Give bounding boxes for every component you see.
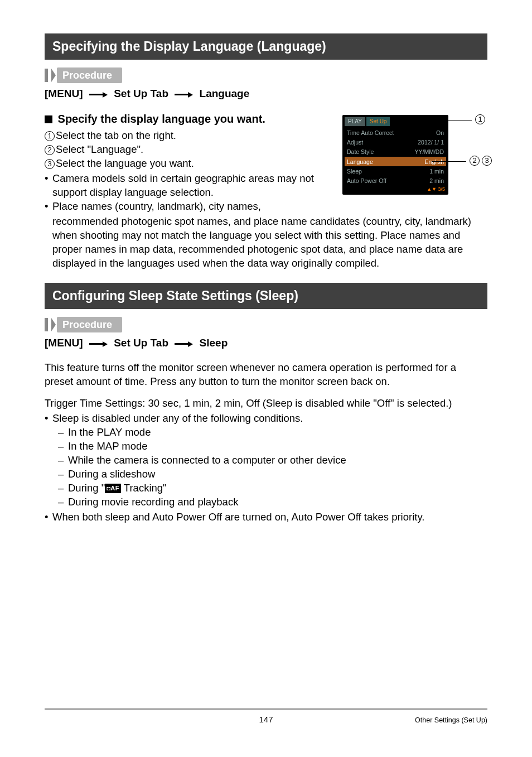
camera-tab-setup: Set Up	[366, 117, 390, 126]
menu-path-part: Sleep	[200, 337, 228, 349]
step-text: Select the language you want.	[56, 157, 194, 169]
menu-path-part: [MENU]	[45, 88, 83, 99]
arrow-icon	[175, 88, 193, 102]
proc-chevron-icon	[51, 318, 56, 331]
circled-number-icon: 1	[45, 131, 55, 141]
menu-path-sleep: [MENU] Set Up Tab Sleep	[45, 336, 487, 351]
bullet-item: •Sleep is disabled under any of the foll…	[45, 412, 487, 426]
arrow-icon	[89, 88, 108, 102]
menu-path-part: Set Up Tab	[114, 88, 168, 99]
procedure-indicator: Procedure	[45, 67, 487, 83]
camera-menu-row: Auto Power Off2 min	[345, 176, 446, 186]
bullet-text: Place names (country, landmark), city na…	[52, 200, 326, 214]
subheading-text: Specify the display language you want.	[58, 113, 265, 125]
camera-tab-play: PLAY	[345, 117, 365, 126]
dash-item: –In the MAP mode	[58, 440, 487, 454]
camera-menu-row: Adjust2012/ 1/ 1	[345, 138, 446, 147]
step-text: Select the tab on the right.	[56, 129, 176, 141]
circled-number-icon: 2	[45, 145, 55, 155]
page-number: 147	[134, 714, 398, 725]
dash-item: –During a slideshow	[58, 467, 487, 481]
camera-menu-row: Sleep1 min	[345, 166, 446, 176]
black-square-icon	[45, 115, 52, 123]
dash-item: –During movie recording and playback	[58, 495, 487, 509]
bullet-text: When both sleep and Auto Power Off are t…	[52, 510, 487, 524]
dash-text: During "◘AF Tracking"	[68, 481, 167, 495]
menu-path-language: [MENU] Set Up Tab Language	[45, 86, 487, 102]
subheading: Specify the display language you want.	[45, 112, 326, 127]
dash-text: While the camera is connected to a compu…	[68, 454, 346, 467]
proc-chevron-icon	[51, 69, 56, 82]
dash-item: –During "◘AF Tracking"	[58, 481, 487, 495]
procedure-indicator: Procedure	[45, 317, 487, 332]
arrow-icon	[89, 336, 108, 351]
proc-bar-icon	[45, 69, 48, 82]
menu-path-part: Set Up Tab	[114, 337, 168, 349]
circled-number-icon: 3	[45, 159, 55, 169]
footer-section-name: Other Settings (Set Up)	[398, 716, 487, 725]
bullet-text: Camera models sold in certain geographic…	[52, 172, 326, 200]
step-text: Select "Language".	[56, 143, 143, 155]
section-title-sleep: Configuring Sleep State Settings (Sleep)	[45, 283, 487, 309]
menu-path-part: Language	[200, 88, 250, 99]
step-3: 3Select the language you want.	[45, 157, 326, 171]
callout-2-3: 2 3	[432, 156, 493, 166]
procedure-badge: Procedure	[57, 317, 122, 332]
page-footer: 147 Other Settings (Set Up)	[45, 708, 487, 725]
section-title-language: Specifying the Display Language (Languag…	[45, 33, 487, 60]
step-2: 2Select "Language".	[45, 143, 326, 157]
menu-path-part: [MENU]	[45, 337, 83, 349]
circled-number-icon: 1	[475, 114, 485, 124]
procedure-badge: Procedure	[57, 67, 122, 83]
camera-menu-row-selected: LanguageEnglish	[345, 157, 446, 166]
dash-text: During movie recording and playback	[68, 495, 238, 509]
camera-screenshot: PLAY Set Up Time Auto CorrectOn Adjust20…	[342, 112, 487, 201]
camera-menu-row: Date StyleYY/MM/DD	[345, 147, 446, 157]
callout-1: 1	[427, 115, 486, 125]
bullet-item: •Camera models sold in certain geographi…	[45, 172, 326, 200]
arrow-icon	[175, 336, 193, 351]
bullet-continuation: recommended photogenic spot names, and p…	[52, 215, 487, 271]
paragraph: This feature turns off the monitor scree…	[45, 361, 487, 389]
paragraph: Trigger Time Settings: 30 sec, 1 min, 2 …	[45, 397, 487, 411]
bullet-item: •When both sleep and Auto Power Off are …	[45, 510, 487, 524]
camera-footer: ▲▼ 3/5	[345, 186, 446, 192]
step-1: 1Select the tab on the right.	[45, 129, 326, 143]
dash-item: –While the camera is connected to a comp…	[58, 454, 487, 467]
circled-number-icon: 3	[482, 156, 492, 166]
dash-text: In the MAP mode	[68, 440, 148, 454]
dash-item: –In the PLAY mode	[58, 426, 487, 440]
circled-number-icon: 2	[470, 156, 480, 166]
camera-menu-row: Time Auto CorrectOn	[345, 128, 446, 138]
dash-text: In the PLAY mode	[68, 426, 151, 440]
proc-bar-icon	[45, 318, 48, 331]
bullet-text: Sleep is disabled under any of the follo…	[52, 412, 487, 426]
dash-text: During a slideshow	[68, 467, 155, 481]
bullet-item: •Place names (country, landmark), city n…	[45, 200, 326, 214]
af-tracking-icon: ◘AF	[105, 484, 121, 493]
